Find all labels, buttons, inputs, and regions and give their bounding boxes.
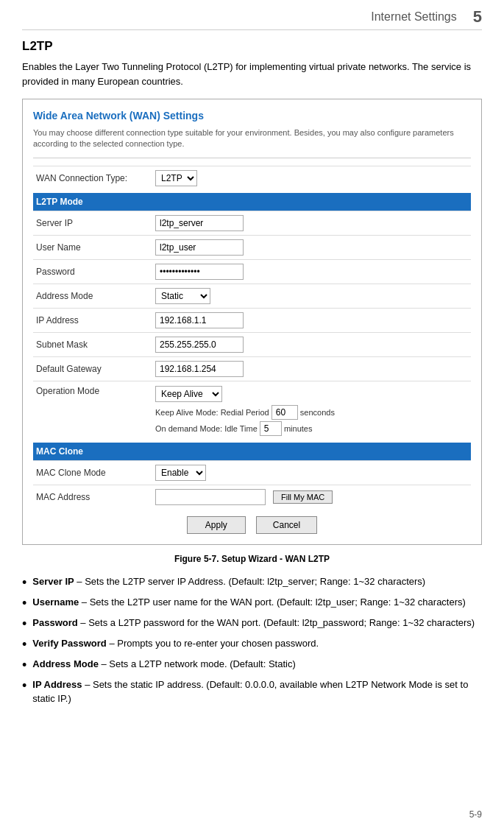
intro-text: Enables the Layer Two Tunneling Protocol…	[22, 60, 482, 88]
page-container: Internet Settings 5 L2TP Enables the Lay…	[0, 0, 504, 827]
list-item: • IP Address – Sets the static IP addres…	[22, 678, 482, 706]
default-gateway-input[interactable]	[155, 361, 244, 377]
mac-clone-mode-select[interactable]: Enable Disable	[155, 465, 206, 481]
user-name-input[interactable]	[155, 239, 244, 256]
ip-address-label: IP Address	[33, 315, 151, 325]
on-demand-unit: minutes	[284, 424, 313, 433]
connection-type-label: WAN Connection Type:	[33, 173, 151, 183]
mac-clone-mode-row: MAC Clone Mode Enable Disable	[33, 460, 471, 485]
bullet-dot: •	[22, 617, 26, 630]
chapter-num: 5	[473, 7, 482, 27]
buttons-row: Apply Cancel	[33, 509, 471, 537]
mac-address-input[interactable]	[155, 489, 266, 505]
page-number: 5-9	[469, 809, 482, 820]
l2tp-mode-header: L2TP Mode	[33, 193, 471, 211]
subnet-mask-input[interactable]	[155, 337, 244, 353]
list-item: • Password – Sets a L2TP password for th…	[22, 616, 482, 630]
user-name-value	[151, 239, 471, 256]
figure-caption: Figure 5-7. Setup Wizard - WAN L2TP	[22, 554, 482, 564]
mac-clone-mode-label: MAC Clone Mode	[33, 468, 151, 478]
figure-caption-text: Figure 5-7. Setup Wizard - WAN L2TP	[174, 554, 330, 564]
bullet-text: Username – Sets the L2TP user name for t…	[32, 595, 466, 610]
wan-box-title: Wide Area Network (WAN) Settings	[33, 110, 471, 122]
subnet-mask-value	[151, 337, 471, 353]
default-gateway-label: Default Gateway	[33, 364, 151, 374]
connection-type-select[interactable]: L2TP	[155, 170, 197, 186]
server-ip-label: Server IP	[33, 218, 151, 228]
bullet-term: Address Mode	[32, 658, 99, 669]
apply-button[interactable]: Apply	[187, 516, 246, 534]
redial-period-input[interactable]	[271, 405, 298, 420]
bullet-term: Username	[32, 597, 79, 608]
default-gateway-row: Default Gateway	[33, 356, 471, 381]
bullet-text: Address Mode – Sets a L2TP network mode.…	[32, 657, 295, 672]
list-item: • Address Mode – Sets a L2TP network mod…	[22, 657, 482, 672]
subnet-mask-label: Subnet Mask	[33, 339, 151, 350]
bullet-term: Verify Password	[32, 638, 106, 649]
operation-mode-label: Operation Mode	[33, 386, 151, 396]
bullet-dot: •	[22, 638, 26, 651]
connection-type-value: L2TP	[151, 170, 471, 186]
server-ip-value	[151, 215, 471, 231]
fill-mac-button[interactable]: Fill My MAC	[273, 490, 333, 504]
bullet-text: Verify Password – Prompts you to re-ente…	[32, 636, 319, 651]
bullet-dot: •	[22, 679, 26, 692]
list-item: • Username – Sets the L2TP user name for…	[22, 595, 482, 610]
mac-address-row: MAC Address Fill My MAC	[33, 485, 471, 509]
bullet-dot: •	[22, 658, 26, 672]
mac-clone-mode-value: Enable Disable	[151, 465, 471, 481]
section-title: L2TP	[22, 39, 482, 54]
header-bar: Internet Settings 5	[22, 7, 482, 30]
operation-mode-select[interactable]: Keep Alive On demand	[155, 386, 222, 402]
mac-clone-header: MAC Clone	[33, 443, 471, 460]
server-ip-input[interactable]	[155, 215, 244, 231]
wan-subtitle: You may choose different connection type…	[33, 127, 471, 150]
address-mode-select[interactable]: Static Dynamic	[155, 288, 210, 304]
mac-address-value: Fill My MAC	[151, 489, 471, 505]
keep-alive-sub: Keep Alive Mode: Redial Period senconds	[155, 405, 471, 420]
connection-type-row: WAN Connection Type: L2TP	[33, 166, 471, 190]
bullet-term: Server IP	[32, 576, 74, 587]
ip-address-row: IP Address	[33, 308, 471, 332]
wan-settings-box: Wide Area Network (WAN) Settings You may…	[22, 99, 482, 545]
bullet-term: IP Address	[32, 679, 82, 690]
bullet-dot: •	[22, 597, 26, 610]
wan-divider	[33, 158, 471, 158]
bullet-term: Password	[32, 617, 77, 628]
password-label: Password	[33, 267, 151, 277]
address-mode-row: Address Mode Static Dynamic	[33, 284, 471, 308]
address-mode-label: Address Mode	[33, 291, 151, 301]
default-gateway-value	[151, 361, 471, 377]
mac-address-label: MAC Address	[33, 492, 151, 502]
password-row: Password	[33, 259, 471, 284]
operation-mode-row: Operation Mode Keep Alive On demand Keep…	[33, 381, 471, 440]
on-demand-sub: On demand Mode: Idle Time minutes	[155, 421, 471, 436]
bullet-text: Server IP – Sets the L2TP server IP Addr…	[32, 574, 425, 589]
operation-mode-cell: Keep Alive On demand Keep Alive Mode: Re…	[151, 386, 471, 436]
list-item: • Verify Password – Prompts you to re-en…	[22, 636, 482, 651]
on-demand-label: On demand Mode: Idle Time	[155, 424, 260, 433]
password-value	[151, 264, 471, 280]
list-item: • Server IP – Sets the L2TP server IP Ad…	[22, 574, 482, 589]
idle-time-input[interactable]	[260, 421, 282, 436]
header-title: Internet Settings	[371, 10, 457, 24]
bullet-text: Password – Sets a L2TP password for the …	[32, 616, 475, 630]
keep-alive-label: Keep Alive Mode: Redial Period	[155, 408, 271, 417]
ip-address-value	[151, 312, 471, 328]
bullet-list: • Server IP – Sets the L2TP server IP Ad…	[22, 574, 482, 706]
keep-alive-unit: senconds	[300, 408, 335, 417]
cancel-button[interactable]: Cancel	[256, 516, 317, 534]
password-input[interactable]	[155, 264, 244, 280]
user-name-label: User Name	[33, 242, 151, 253]
address-mode-value: Static Dynamic	[151, 288, 471, 304]
user-name-row: User Name	[33, 235, 471, 259]
ip-address-input[interactable]	[155, 312, 244, 328]
server-ip-row: Server IP	[33, 211, 471, 235]
bullet-dot: •	[22, 576, 26, 589]
bullet-text: IP Address – Sets the static IP address.…	[32, 678, 482, 706]
subnet-mask-row: Subnet Mask	[33, 332, 471, 356]
